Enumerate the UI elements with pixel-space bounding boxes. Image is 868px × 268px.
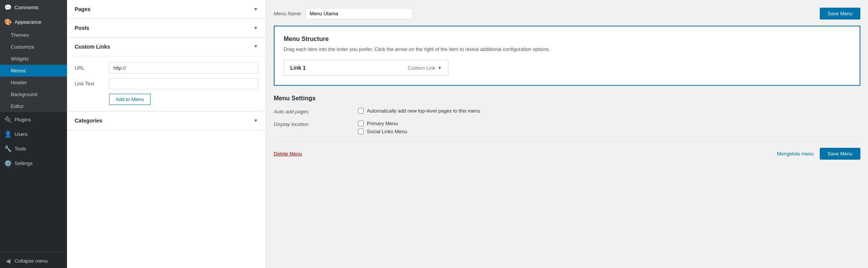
right-panel: Menu Name Save Menu Menu Structure Drag … [266, 0, 868, 268]
menu-structure-title: Menu Structure [284, 36, 850, 42]
sidebar-item-menus[interactable]: Menus [0, 65, 67, 77]
menu-item-row: Link 1 Custom Link ▼ [284, 60, 448, 76]
auto-add-checkbox-label: Automatically add new top-level pages to… [367, 108, 480, 114]
pages-accordion-header[interactable]: Pages ▼ [67, 0, 266, 18]
sidebar-item-tools[interactable]: 🔧 Tools [0, 141, 67, 156]
collapse-label: Collapse menu [15, 258, 48, 264]
link-text-form-row: Link Text [75, 78, 258, 89]
save-menu-button-top[interactable]: Save Menu [820, 8, 860, 20]
link-text-label: Link Text [75, 81, 105, 87]
auto-add-checkbox[interactable] [358, 108, 364, 114]
menu-item-label: Link 1 [290, 65, 306, 71]
widgets-label: Widgets [11, 56, 29, 62]
sidebar: 💬 Comments 🎨 Appearance Themes Customize… [0, 0, 67, 268]
sidebar-item-label: Users [15, 131, 28, 137]
sidebar-bottom: ◀ Collapse menu [0, 250, 67, 268]
custom-links-accordion: Custom Links ▲ URL Link Text Add to Menu [67, 38, 266, 111]
social-links-checkbox[interactable] [358, 129, 364, 134]
bottom-bar: Delete Menu Mengelola menu Save Menu [274, 141, 860, 160]
url-label: URL [75, 65, 105, 71]
custom-links-accordion-body: URL Link Text Add to Menu [67, 56, 266, 111]
sidebar-item-header[interactable]: Header [0, 77, 67, 88]
primary-menu-checkbox-row: Primary Menu [358, 121, 860, 126]
social-links-label: Social Links Menu [367, 129, 407, 134]
sidebar-item-label: Tools [15, 146, 26, 152]
themes-label: Themes [11, 32, 29, 38]
sidebar-item-label: Settings [15, 160, 33, 166]
menu-structure-box: Menu Structure Drag each item into the o… [274, 26, 860, 86]
sidebar-item-comments[interactable]: 💬 Comments [0, 0, 67, 15]
display-location-content: Primary Menu Social Links Menu [358, 121, 860, 137]
primary-menu-checkbox[interactable] [358, 121, 364, 126]
posts-accordion: Posts ▼ [67, 19, 266, 38]
appearance-icon: 🎨 [5, 18, 11, 25]
menu-name-label: Menu Name [274, 11, 301, 16]
manage-menu-link[interactable]: Mengelola menu [777, 151, 814, 157]
appearance-submenu: Themes Customize Widgets Menus Header Ba… [0, 29, 67, 112]
url-input[interactable] [109, 62, 258, 74]
menu-item-type: Custom Link ▼ [408, 65, 442, 71]
sidebar-item-widgets[interactable]: Widgets [0, 53, 67, 65]
editor-label: Editor [11, 103, 24, 109]
background-label: Background [11, 92, 37, 97]
main-content: Pages ▼ Posts ▼ Custom Links ▲ URL [67, 0, 868, 268]
sidebar-item-customize[interactable]: Customize [0, 41, 67, 53]
posts-accordion-label: Posts [75, 25, 89, 31]
delete-menu-button[interactable]: Delete Menu [274, 151, 302, 157]
header-label: Header [11, 80, 27, 85]
sidebar-item-themes[interactable]: Themes [0, 29, 67, 41]
sidebar-item-label: Appearance [15, 19, 41, 25]
menu-name-input[interactable] [306, 8, 413, 19]
primary-menu-label: Primary Menu [367, 121, 398, 126]
sidebar-item-label: Comments [15, 5, 39, 10]
posts-accordion-arrow: ▼ [253, 25, 258, 31]
sidebar-item-label: Plugins [15, 117, 31, 123]
display-location-label: Display location [274, 121, 350, 127]
save-menu-button-bottom[interactable]: Save Menu [820, 148, 860, 160]
categories-accordion-label: Categories [75, 118, 102, 124]
sidebar-item-editor[interactable]: Editor [0, 100, 67, 112]
users-icon: 👤 [5, 131, 11, 137]
pages-accordion: Pages ▼ [67, 0, 266, 19]
settings-icon: ⚙️ [5, 160, 11, 167]
customize-label: Customize [11, 44, 34, 50]
bottom-right: Mengelola menu Save Menu [777, 148, 860, 160]
categories-accordion: Categories ▼ [67, 111, 266, 130]
sidebar-item-plugins[interactable]: 🔌 Plugins [0, 112, 67, 127]
top-bar: Menu Name Save Menu [274, 8, 860, 20]
pages-accordion-label: Pages [75, 6, 90, 12]
categories-accordion-header[interactable]: Categories ▼ [67, 111, 266, 130]
menus-label: Menus [11, 68, 26, 74]
left-panel: Pages ▼ Posts ▼ Custom Links ▲ URL [67, 0, 266, 268]
comments-icon: 💬 [5, 4, 11, 11]
tools-icon: 🔧 [5, 145, 11, 152]
auto-add-checkbox-row: Automatically add new top-level pages to… [358, 108, 860, 114]
posts-accordion-header[interactable]: Posts ▼ [67, 19, 266, 37]
auto-add-row: Auto add pages Automatically add new top… [274, 108, 860, 116]
sidebar-item-users[interactable]: 👤 Users [0, 127, 67, 141]
add-to-menu-button[interactable]: Add to Menu [109, 94, 150, 105]
link-text-input[interactable] [109, 78, 258, 89]
auto-add-label: Auto add pages [274, 108, 350, 114]
social-links-checkbox-row: Social Links Menu [358, 129, 860, 134]
sidebar-item-collapse[interactable]: ◀ Collapse menu [0, 253, 67, 268]
menu-settings: Menu Settings Auto add pages Automatical… [274, 93, 860, 137]
plugins-icon: 🔌 [5, 116, 11, 123]
sidebar-item-background[interactable]: Background [0, 88, 67, 100]
url-form-row: URL [75, 62, 258, 74]
menu-structure-desc: Drag each item into the order you prefer… [284, 46, 850, 52]
categories-accordion-arrow: ▼ [253, 118, 258, 123]
custom-links-accordion-arrow: ▲ [253, 44, 258, 49]
sidebar-item-appearance[interactable]: 🎨 Appearance [0, 15, 67, 29]
pages-accordion-arrow: ▼ [253, 7, 258, 12]
collapse-icon: ◀ [5, 257, 11, 264]
sidebar-item-settings[interactable]: ⚙️ Settings [0, 156, 67, 170]
display-location-row: Display location Primary Menu Social Lin… [274, 121, 860, 137]
menu-settings-title: Menu Settings [274, 93, 860, 102]
custom-links-accordion-header[interactable]: Custom Links ▲ [67, 38, 266, 56]
custom-links-accordion-label: Custom Links [75, 44, 110, 50]
menu-name-row: Menu Name [274, 8, 413, 19]
auto-add-content: Automatically add new top-level pages to… [358, 108, 860, 116]
menu-item-type-text: Custom Link [408, 65, 435, 71]
menu-item-dropdown-arrow[interactable]: ▼ [438, 65, 442, 70]
